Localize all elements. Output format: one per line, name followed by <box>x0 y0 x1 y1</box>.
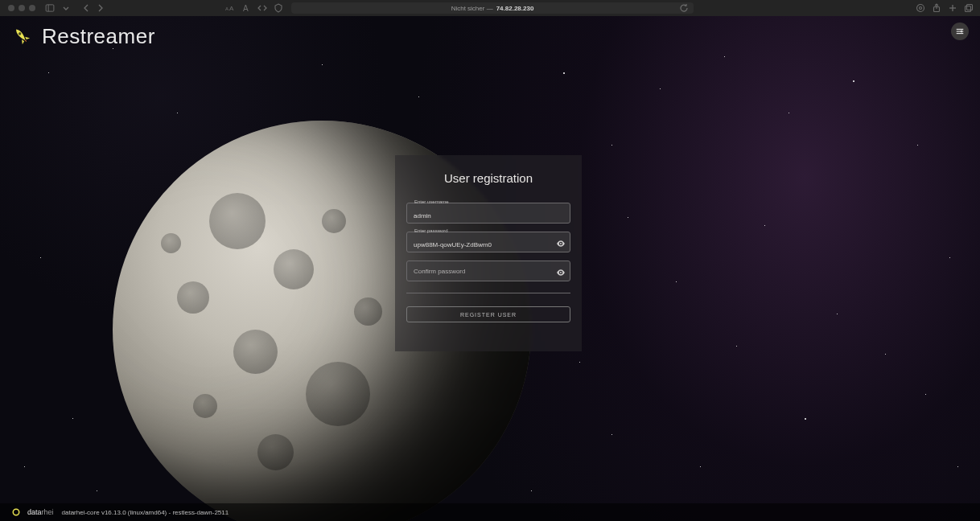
help-icon[interactable] <box>916 3 925 13</box>
svg-rect-0 <box>46 5 54 11</box>
rocket-icon <box>11 26 34 48</box>
registration-card: User registration Enter username Enter p… <box>395 155 582 351</box>
card-heading: User registration <box>444 171 533 185</box>
app-header: Restreamer <box>11 24 155 49</box>
browser-chrome: AA A Nicht sicher — 74.82.28.230 <box>0 0 980 16</box>
eye-icon[interactable] <box>556 266 566 276</box>
app-viewport: // generated inline below via static spa… <box>0 16 980 521</box>
nav-forward-icon[interactable] <box>95 3 105 13</box>
footer-brand: datarhei <box>27 508 54 516</box>
svg-text:A: A <box>225 6 229 11</box>
svg-rect-11 <box>967 5 973 10</box>
close-window-icon[interactable] <box>8 5 14 11</box>
svg-point-6 <box>920 7 922 10</box>
code-icon[interactable] <box>257 3 267 13</box>
hamburger-menu-button[interactable] <box>951 23 969 40</box>
minimize-window-icon[interactable] <box>19 5 25 11</box>
svg-text:A: A <box>229 5 234 12</box>
confirm-password-field <box>406 260 570 281</box>
username-input[interactable] <box>406 203 570 224</box>
svg-text:A: A <box>243 4 249 13</box>
svg-point-18 <box>13 509 19 515</box>
address-prefix: Nicht sicher — <box>451 5 493 12</box>
tabs-overview-icon[interactable] <box>964 3 974 13</box>
reload-icon[interactable] <box>679 3 689 13</box>
username-label: Enter username <box>413 199 451 204</box>
svg-point-16 <box>560 243 562 244</box>
divider <box>406 293 570 293</box>
register-user-button[interactable]: REGISTER USER <box>406 306 570 322</box>
svg-rect-10 <box>966 6 971 12</box>
footer-meta: datarhei-core v16.13.0 (linux/amd64) - r… <box>62 509 229 516</box>
share-icon[interactable] <box>932 3 941 13</box>
sidebar-toggle-icon[interactable] <box>45 3 55 13</box>
confirm-password-input[interactable] <box>406 260 570 281</box>
shield-icon[interactable] <box>274 3 283 13</box>
password-input[interactable] <box>406 232 570 252</box>
nav-back-icon[interactable] <box>82 3 92 13</box>
chevron-down-icon[interactable] <box>61 3 71 13</box>
svg-point-17 <box>560 272 562 273</box>
password-label: Enter password <box>413 228 450 233</box>
password-field: Enter password <box>406 232 570 252</box>
username-field: Enter username <box>406 203 570 224</box>
maximize-window-icon[interactable] <box>29 5 35 11</box>
reader-icon[interactable]: A <box>241 3 251 13</box>
address-host: 74.82.28.230 <box>496 5 534 12</box>
app-title: Restreamer <box>42 24 155 49</box>
new-tab-icon[interactable] <box>948 3 957 13</box>
footer-bar: datarhei datarhei-core v16.13.0 (linux/a… <box>0 503 980 521</box>
window-traffic-lights[interactable] <box>8 5 35 11</box>
datarhei-logo-icon <box>11 507 21 517</box>
svg-point-5 <box>917 5 924 12</box>
eye-icon[interactable] <box>556 237 566 247</box>
address-bar[interactable]: Nicht sicher — 74.82.28.230 <box>291 2 694 14</box>
text-size-icon[interactable]: AA <box>225 3 235 13</box>
